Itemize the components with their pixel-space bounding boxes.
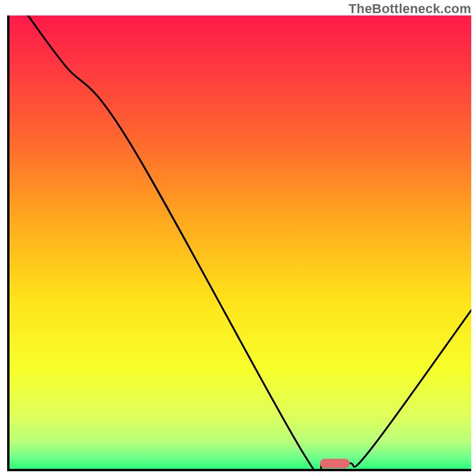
watermark-text: TheBottleneck.com [349, 1, 471, 17]
gradient-background [10, 15, 471, 469]
plot-area [7, 15, 471, 471]
chart-container: TheBottleneck.com [0, 0, 476, 476]
plot-svg [10, 15, 471, 469]
optimal-range-marker [320, 459, 350, 468]
